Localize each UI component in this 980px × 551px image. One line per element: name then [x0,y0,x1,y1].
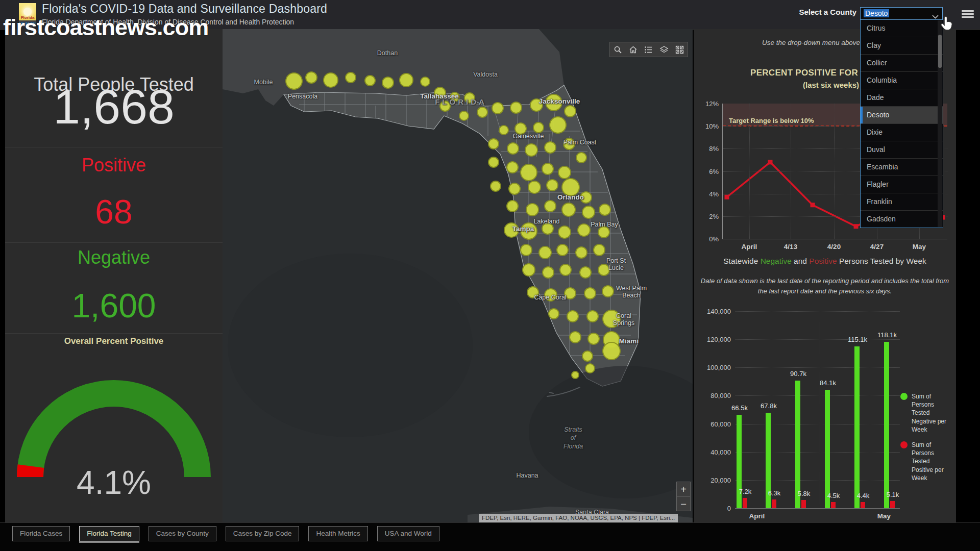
tab-cases-by-county[interactable]: Cases by County [149,526,216,541]
testing-bubble[interactable] [571,371,579,379]
testing-bubble[interactable] [587,333,600,345]
testing-bubble[interactable] [544,141,556,154]
testing-bubble[interactable] [542,266,554,279]
testing-bubble[interactable] [477,107,488,118]
county-option-duval[interactable]: Duval [861,141,943,159]
testing-bubble[interactable] [585,363,595,373]
testing-bubble[interactable] [506,200,519,212]
county-option-columbia[interactable]: Columbia [861,72,943,89]
county-option-dixie[interactable]: Dixie [861,124,943,141]
county-option-dade[interactable]: Dade [861,89,943,107]
testing-bubble[interactable] [364,75,376,86]
county-select[interactable]: Desoto [860,7,943,20]
testing-bubble[interactable] [586,310,599,322]
tab-florida-testing[interactable]: Florida Testing [79,526,139,541]
testing-bubble[interactable] [492,102,504,114]
county-option-desoto[interactable]: Desoto [861,107,943,124]
testing-bubble[interactable] [488,157,499,168]
county-option-gadsden[interactable]: Gadsden [861,211,943,228]
florida-map[interactable]: MobileDothanValdostaPensacolaTallahassee… [223,29,693,522]
testing-bubble[interactable] [577,223,591,237]
testing-bubble[interactable] [528,181,541,194]
tab-health-metrics[interactable]: Health Metrics [308,526,368,541]
testing-bubble[interactable] [579,266,592,279]
home-icon[interactable] [629,45,638,54]
testing-bubble[interactable] [382,77,394,89]
testing-bubble[interactable] [490,181,501,192]
testing-bubble[interactable] [525,143,538,157]
testing-bubble[interactable] [533,122,544,133]
testing-bubble[interactable] [285,72,303,90]
positive-bar[interactable] [772,499,776,508]
positive-bar[interactable] [861,502,865,508]
testing-bubble[interactable] [593,244,605,256]
negative-bar[interactable] [825,390,830,508]
zoom-out-button[interactable]: − [677,497,690,511]
map-attribution: FDEP, Esri, HERE, Garmin, FAO, NOAA, USG… [479,514,678,522]
testing-bubble[interactable] [522,263,535,277]
search-icon[interactable] [614,45,622,54]
testing-bubble[interactable] [556,244,569,256]
testing-bubble[interactable] [507,142,519,155]
testing-bubble[interactable] [542,163,554,175]
menu-icon[interactable] [962,9,974,19]
tab-usa-and-world[interactable]: USA and World [377,526,439,541]
testing-bubble[interactable] [488,138,499,149]
testing-bubble[interactable] [459,111,469,121]
testing-bubble[interactable] [499,125,509,135]
dropdown-scrollbar[interactable] [938,20,942,227]
county-option-escambia[interactable]: Escambia [861,159,943,176]
positive-bar[interactable] [890,501,895,508]
tested-by-week-bar-chart[interactable]: 140,000120,000100,00080,00060,00040,0002… [735,311,900,509]
testing-bubble[interactable] [549,116,567,134]
negative-bar[interactable] [884,342,889,508]
testing-bubble[interactable] [510,102,522,114]
testing-bubble[interactable] [399,73,413,87]
testing-bubble[interactable] [520,164,537,181]
testing-bubble[interactable] [564,105,576,117]
testing-bubble[interactable] [548,308,559,319]
county-option-flagler[interactable]: Flagler [861,176,943,193]
testing-bubble[interactable] [602,285,614,297]
testing-bubble[interactable] [599,204,611,216]
y-axis-tick: 2% [709,212,719,220]
positive-bar[interactable] [743,498,747,508]
county-option-franklin[interactable]: Franklin [861,193,943,211]
testing-bubble[interactable] [575,246,587,259]
testing-bubble[interactable] [305,71,317,84]
testing-bubble[interactable] [538,246,552,259]
positive-bar[interactable] [831,502,836,508]
testing-bubble[interactable] [576,152,587,163]
testing-bubble[interactable] [506,161,519,173]
testing-bubble[interactable] [559,264,572,276]
testing-bubble[interactable] [558,226,571,239]
testing-bubble[interactable] [602,342,621,360]
testing-bubble[interactable] [582,350,593,362]
zoom-in-button[interactable]: + [677,482,690,497]
tab-florida-cases[interactable]: Florida Cases [12,526,70,541]
layers-icon[interactable] [659,45,669,54]
county-option-citrus[interactable]: Citrus [861,20,943,37]
negative-bar[interactable] [854,346,860,508]
testing-bubble[interactable] [546,179,558,191]
county-option-collier[interactable]: Collier [861,55,943,72]
testing-bubble[interactable] [561,203,576,217]
positive-bar[interactable] [801,500,806,508]
testing-bubble[interactable] [582,206,595,219]
county-option-clay[interactable]: Clay [861,37,943,55]
testing-bubble[interactable] [345,72,356,83]
negative-bar[interactable] [795,381,800,508]
tab-cases-by-zip-code[interactable]: Cases by Zip Code [226,526,300,541]
testing-bubble[interactable] [526,203,539,216]
testing-bubble[interactable] [584,287,596,299]
testing-bubble[interactable] [569,331,581,343]
testing-bubble[interactable] [520,244,532,256]
legend-icon[interactable] [644,45,653,54]
testing-bubble[interactable] [558,166,571,179]
basemap-icon[interactable] [675,45,684,54]
testing-bubble[interactable] [323,72,338,88]
testing-bubble[interactable] [544,200,556,212]
testing-bubble[interactable] [508,183,521,195]
testing-bubble[interactable] [567,310,579,322]
testing-bubble[interactable] [420,77,430,87]
